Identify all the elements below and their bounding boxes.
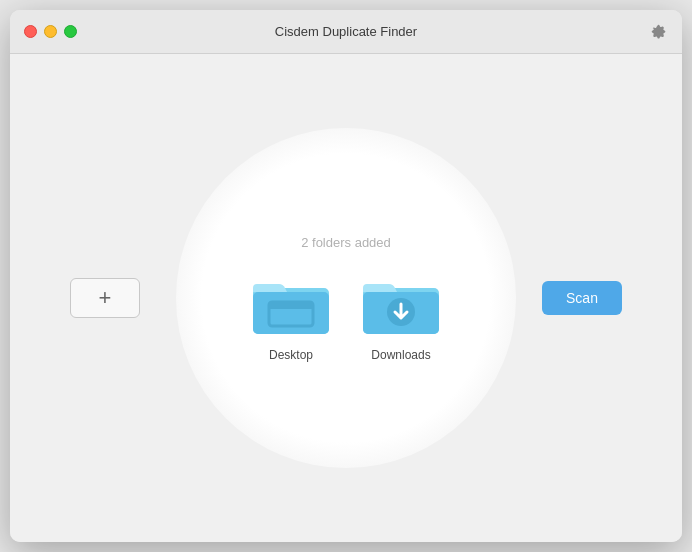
folder-icon-downloads [361,274,441,340]
svg-rect-3 [269,302,313,309]
scan-label: Scan [566,290,598,306]
folder-label-downloads: Downloads [371,348,430,362]
minimize-button[interactable] [44,25,57,38]
folder-item-desktop: Desktop [251,274,331,362]
folder-item-downloads: Downloads [361,274,441,362]
scan-button[interactable]: Scan [542,281,622,315]
maximize-button[interactable] [64,25,77,38]
traffic-lights [24,25,77,38]
app-window: Cisdem Duplicate Finder + 2 folders adde… [10,10,682,542]
svg-rect-1 [253,292,329,334]
folder-icon-desktop [251,274,331,340]
main-content: + 2 folders added [10,54,682,542]
drop-zone[interactable]: 2 folders added Desktop [176,128,516,468]
titlebar: Cisdem Duplicate Finder [10,10,682,54]
settings-icon[interactable] [650,23,668,41]
folders-added-label: 2 folders added [301,235,391,250]
folder-label-desktop: Desktop [269,348,313,362]
add-icon: + [99,285,112,311]
add-folder-button[interactable]: + [70,278,140,318]
window-title: Cisdem Duplicate Finder [275,24,417,39]
close-button[interactable] [24,25,37,38]
folders-row: Desktop Do [251,274,441,362]
